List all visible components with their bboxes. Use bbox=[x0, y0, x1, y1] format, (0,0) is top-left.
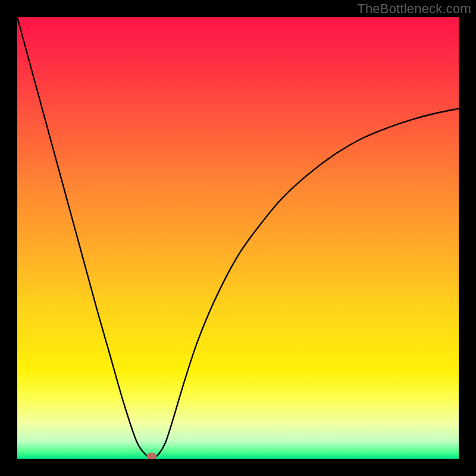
curve-layer bbox=[17, 17, 459, 459]
minimum-marker bbox=[147, 453, 157, 459]
watermark-label: TheBottleneck.com bbox=[357, 1, 471, 17]
outer-frame: TheBottleneck.com bbox=[0, 0, 476, 476]
plot-area bbox=[17, 17, 459, 459]
bottleneck-curve bbox=[17, 17, 459, 458]
